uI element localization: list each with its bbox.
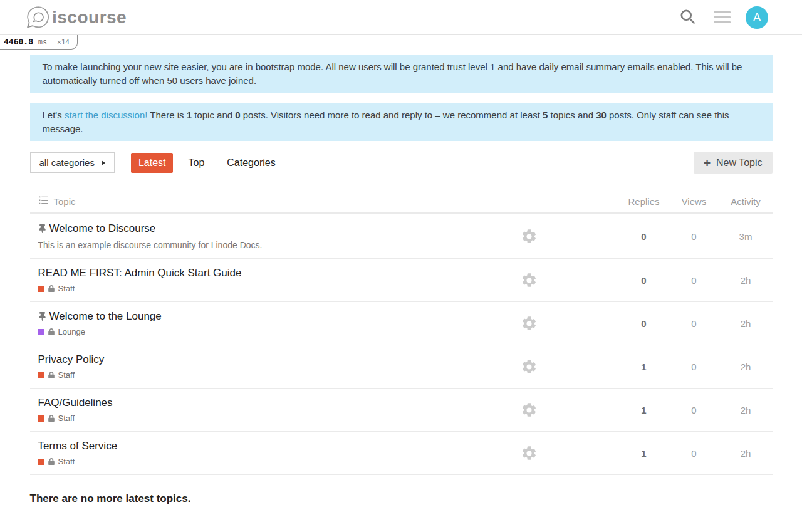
posters-cell [440, 228, 619, 245]
system-avatar-gear-icon[interactable] [521, 358, 538, 375]
list-controls: all categories Latest Top Categories + N… [30, 152, 773, 174]
category-name: Staff [58, 284, 75, 293]
bootstrap-mode-banner: To make launching your new site easier, … [30, 55, 773, 93]
new-topic-button[interactable]: + New Topic [694, 152, 773, 174]
topic-title-link[interactable]: READ ME FIRST: Admin Quick Start Guide [38, 267, 242, 279]
activity-time[interactable]: 2h [719, 405, 773, 415]
tab-latest[interactable]: Latest [131, 153, 174, 173]
banner-text: Let's [43, 110, 65, 120]
topic-row: Welcome to the Lounge Lounge 0 0 2h [30, 302, 773, 345]
start-discussion-banner: Let's start the discussion! There is 1 t… [30, 103, 773, 141]
start-discussion-link[interactable]: start the discussion! [65, 110, 148, 120]
activity-column-header[interactable]: Activity [719, 196, 773, 207]
topic-column-header: Topic [30, 196, 440, 207]
posters-cell [440, 272, 619, 289]
topic-cell: FAQ/Guidelines Staff [30, 397, 440, 423]
category-badge[interactable]: Staff [38, 414, 440, 423]
search-icon [679, 8, 696, 27]
topic-title-link[interactable]: Terms of Service [38, 440, 118, 452]
system-avatar-gear-icon[interactable] [521, 272, 538, 289]
posters-cell [440, 315, 619, 332]
topic-list-header: Topic Replies Views Activity [30, 190, 773, 214]
category-name: Staff [58, 414, 75, 423]
list-icon [38, 196, 49, 207]
category-badge[interactable]: Staff [38, 284, 440, 293]
lock-icon [48, 458, 55, 465]
banner-text: topic and [192, 110, 235, 120]
no-more-topics-message: There are no more latest topics. [30, 493, 773, 505]
search-button[interactable] [677, 6, 699, 29]
topic-row: FAQ/Guidelines Staff 1 0 2h [30, 389, 773, 432]
category-name: Staff [58, 457, 75, 466]
nav-tabs: Latest Top Categories [131, 153, 283, 173]
lock-icon [48, 415, 55, 422]
user-avatar[interactable]: A [746, 6, 768, 29]
miniprofiler-badge[interactable]: 4460.8 ms ×14 [0, 35, 78, 50]
activity-time[interactable]: 2h [719, 448, 773, 459]
hamburger-menu-button[interactable] [711, 9, 733, 26]
system-avatar-gear-icon[interactable] [521, 315, 538, 332]
category-color-square [38, 459, 44, 465]
lock-icon [48, 372, 55, 378]
category-badge[interactable]: Staff [38, 370, 440, 380]
lock-icon [48, 285, 55, 292]
tab-top[interactable]: Top [180, 153, 212, 173]
activity-time[interactable]: 3m [719, 231, 773, 242]
category-color-square [38, 372, 44, 378]
topic-cell: READ ME FIRST: Admin Quick Start Guide S… [30, 267, 440, 293]
banner-text: posts. Visitors need more to read and re… [241, 110, 543, 120]
topic-title-link[interactable]: Welcome to Discourse [49, 222, 156, 235]
category-filter-dropdown[interactable]: all categories [30, 152, 115, 173]
discourse-logo[interactable]: iscourse [25, 3, 127, 32]
category-color-square [38, 329, 44, 335]
topic-cell: Terms of Service Staff [30, 440, 440, 466]
brand-wordmark: iscourse [52, 9, 127, 26]
plus-icon: + [704, 157, 711, 169]
category-badge[interactable]: Staff [38, 457, 440, 466]
topic-row: READ ME FIRST: Admin Quick Start Guide S… [30, 259, 773, 302]
replies-count: 1 [619, 448, 669, 459]
recommended-posts-count: 30 [596, 110, 607, 120]
category-badge[interactable]: Lounge [38, 327, 440, 336]
views-count: 0 [669, 231, 719, 242]
views-count: 0 [669, 448, 719, 459]
topic-count: 1 [187, 110, 192, 120]
replies-count: 0 [619, 231, 669, 242]
replies-count: 1 [619, 362, 669, 372]
replies-column-header[interactable]: Replies [619, 196, 669, 207]
topic-title-link[interactable]: FAQ/Guidelines [38, 397, 113, 409]
topic-header-label: Topic [54, 196, 76, 207]
topic-title-link[interactable]: Privacy Policy [38, 353, 105, 366]
topic-row: Terms of Service Staff 1 0 2h [30, 432, 773, 475]
views-count: 0 [669, 318, 719, 329]
topic-list: Welcome to Discourse This is an example … [30, 214, 773, 475]
system-avatar-gear-icon[interactable] [521, 402, 538, 419]
replies-count: 0 [619, 275, 669, 286]
activity-time[interactable]: 2h [719, 275, 773, 286]
system-avatar-gear-icon[interactable] [521, 228, 538, 245]
category-color-square [38, 415, 44, 422]
tab-categories[interactable]: Categories [219, 153, 283, 173]
system-avatar-gear-icon[interactable] [521, 445, 538, 462]
activity-time[interactable]: 2h [719, 318, 773, 329]
category-color-square [38, 286, 44, 292]
new-topic-label: New Topic [716, 157, 763, 169]
posters-cell [440, 358, 619, 375]
lock-icon [48, 328, 55, 335]
views-count: 0 [669, 362, 719, 372]
banner-text: There is [147, 110, 186, 120]
topic-title-link[interactable]: Welcome to the Lounge [49, 310, 162, 323]
profiler-unit: ms [38, 38, 47, 46]
posters-cell [440, 402, 619, 419]
site-header: iscourse A [0, 0, 802, 35]
pinned-icon [38, 312, 46, 321]
post-count: 0 [235, 110, 240, 120]
topic-cell: Welcome to the Lounge Lounge [30, 310, 440, 336]
topic-row: Privacy Policy Staff 1 0 2h [30, 345, 773, 389]
views-column-header[interactable]: Views [669, 196, 719, 207]
views-count: 0 [669, 275, 719, 286]
activity-time[interactable]: 2h [719, 362, 773, 372]
category-name: Lounge [58, 327, 85, 336]
topic-cell: Welcome to Discourse This is an example … [30, 222, 440, 250]
topic-cell: Privacy Policy Staff [30, 353, 440, 380]
